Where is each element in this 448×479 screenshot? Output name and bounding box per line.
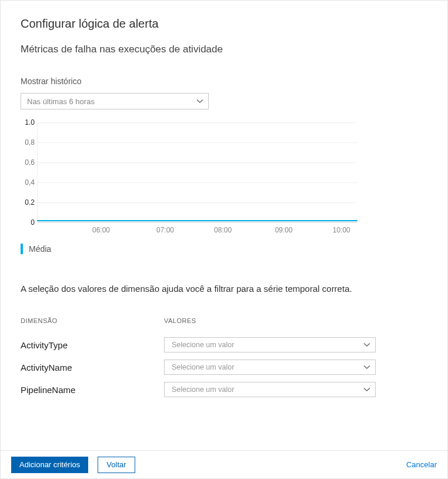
history-selected-value: Nas últimas 6 horas [27, 97, 95, 106]
add-criteria-button[interactable]: Adicionar critérios [11, 457, 88, 473]
dimension-name: ActivityType [21, 340, 164, 350]
chevron-down-icon [196, 98, 203, 105]
ytick-0.8: 0,8 [21, 138, 35, 147]
dimension-value-placeholder: Selecione um valor [172, 363, 234, 371]
ytick-0.6: 0,6 [21, 158, 35, 167]
xtick-4: 10:00 [333, 226, 350, 234]
dimension-value-select-activityname[interactable]: Selecione um valor [164, 360, 376, 375]
dimension-row: PipelineName Selecione um valor [21, 382, 427, 397]
legend-swatch [21, 244, 23, 254]
history-label: Mostrar histórico [21, 76, 427, 86]
ytick-1.0: 1.0 [21, 118, 35, 127]
chart-x-axis: 06:00 07:00 08:00 09:00 10:00 [37, 222, 357, 233]
dimension-name: ActivityName [21, 362, 164, 372]
dimension-helper-text: A seleção dos valores de dimensão ajuda … [21, 284, 427, 294]
chart-series-line [37, 220, 357, 221]
dimension-name: PipelineName [21, 385, 164, 395]
dimension-value-placeholder: Selecione um valor [172, 341, 234, 349]
dimension-column-header: DIMENSÃO [21, 317, 164, 324]
footer-bar: Adicionar critérios Voltar Cancelar [1, 450, 447, 478]
cancel-button[interactable]: Cancelar [406, 460, 437, 469]
ytick-0.4: 0,4 [21, 178, 35, 187]
dimension-value-select-activitytype[interactable]: Selecione um valor [164, 337, 376, 352]
dimension-value-select-pipelinename[interactable]: Selecione um valor [164, 382, 376, 397]
xtick-0: 06:00 [92, 226, 110, 234]
legend-label: Média [29, 244, 51, 254]
history-select[interactable]: Nas últimas 6 horas [21, 93, 209, 109]
chevron-down-icon [363, 364, 370, 371]
ytick-0.2: 0.2 [21, 198, 35, 207]
chart-legend: Média [21, 244, 427, 254]
xtick-2: 08:00 [214, 226, 232, 234]
xtick-1: 07:00 [156, 226, 174, 234]
chevron-down-icon [363, 341, 370, 348]
xtick-3: 09:00 [275, 226, 293, 234]
dimension-row: ActivityName Selecione um valor [21, 360, 427, 375]
metric-subtitle: Métricas de falha nas execuções de ativi… [21, 44, 427, 55]
dimension-value-placeholder: Selecione um valor [172, 385, 234, 394]
page-title: Configurar lógica de alerta [21, 17, 427, 31]
chevron-down-icon [363, 386, 370, 393]
metric-chart: 1.0 0,8 0,6 0,4 0.2 0 [37, 122, 357, 222]
back-button[interactable]: Voltar [98, 457, 135, 473]
values-column-header: VALORES [164, 317, 196, 324]
dimension-row: ActivityType Selecione um valor [21, 337, 427, 352]
ytick-0: 0 [21, 218, 35, 227]
